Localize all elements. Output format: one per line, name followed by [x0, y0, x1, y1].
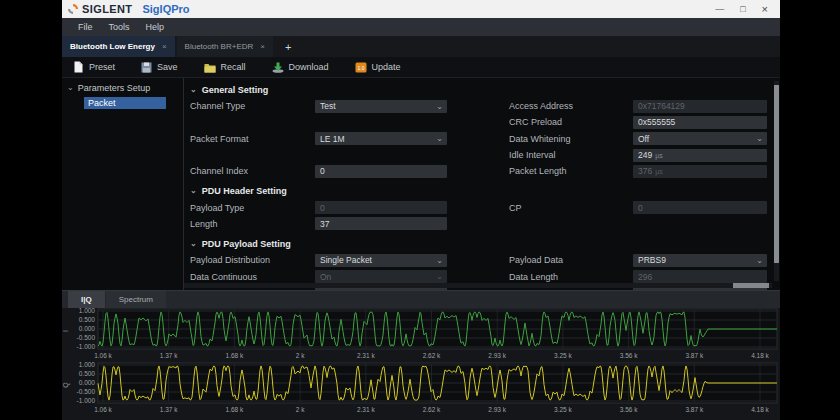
tab-bluetooth-br-edr[interactable]: Bluetooth BR+EDR×	[177, 36, 273, 57]
crc-preload-input[interactable]: 0x555555	[633, 116, 767, 129]
toolbar: PresetSaveRecallDownload1.0Update	[62, 57, 780, 78]
menu-item-file[interactable]: File	[70, 22, 101, 32]
chevron-down-icon: ⌄	[190, 187, 197, 195]
floppy-icon	[141, 62, 152, 73]
toolbar-button-label: Save	[157, 62, 178, 72]
x-tick-label: 2.62 k	[423, 352, 441, 359]
bottom-tab-bar: I|QSpectrum	[62, 291, 780, 308]
document-tabs: Bluetooth Low Energy×Bluetooth BR+EDR×+	[62, 36, 780, 57]
field-label: CRC Preload	[509, 117, 633, 127]
field-label: Payload Data	[509, 255, 633, 265]
chevron-down-icon: ⌄	[436, 102, 443, 111]
tree-root-label: Parameters Setup	[78, 83, 151, 93]
x-tick-label: 1.68 k	[226, 406, 244, 413]
tab-label: Bluetooth Low Energy	[70, 42, 155, 51]
toolbar-button-label: Recall	[221, 62, 246, 72]
tab-i-q[interactable]: I|Q	[68, 291, 105, 308]
field-label: Data Whitening	[509, 134, 633, 144]
x-tick-label: 1.37 k	[160, 352, 178, 359]
horizontal-scrollbar[interactable]	[184, 283, 772, 288]
axis-label: I	[62, 330, 69, 332]
sidebar-item-parameters-setup[interactable]: ⌄ Parameters Setup	[62, 83, 183, 93]
minimize-button[interactable]: —	[715, 0, 724, 18]
add-tab-button[interactable]: +	[275, 36, 301, 57]
form-row: Payload DistributionSingle Packet⌄Payloa…	[190, 252, 780, 268]
chevron-down-icon: ⌄	[436, 134, 443, 143]
sidebar: ⌄ Parameters Setup Packet	[62, 78, 184, 290]
field-label: Idle Interval	[509, 150, 633, 160]
field-label: CP	[509, 203, 633, 213]
vertical-scrollbar[interactable]	[774, 81, 779, 281]
chevron-down-icon: ⌄	[756, 256, 763, 265]
x-tick-label: 4.18 k	[751, 406, 769, 413]
chevron-down-icon: ⌄	[436, 256, 443, 265]
length-input[interactable]: 37	[315, 217, 447, 230]
field-value: 37	[320, 219, 329, 229]
field-label: Length	[190, 219, 315, 229]
window-controls: — □ ×	[715, 0, 780, 18]
scrollbar-thumb[interactable]	[733, 283, 769, 288]
close-tab-icon[interactable]: ×	[162, 42, 167, 51]
section-pdu-payload-setting[interactable]: ⌄PDU Payload Setting	[190, 232, 780, 252]
y-tick-label: -1.000	[77, 397, 96, 404]
field-value: 249	[638, 150, 652, 160]
field-value: 0	[320, 166, 325, 176]
tab-bluetooth-low-energy[interactable]: Bluetooth Low Energy×	[62, 36, 175, 57]
form-row: CRC Preload0x555555	[190, 114, 780, 130]
x-tick-label: 3.25 k	[554, 352, 572, 359]
close-tab-icon[interactable]: ×	[260, 42, 265, 51]
x-tick-label: 2.62 k	[423, 406, 441, 413]
siglent-logo-icon	[67, 3, 79, 15]
menu-item-tools[interactable]: Tools	[101, 22, 138, 32]
field-value: 0x71764129	[638, 101, 685, 111]
app-title: SigIQPro	[142, 3, 189, 15]
update-icon: 1.0	[355, 62, 367, 73]
section-pdu-header-setting[interactable]: ⌄PDU Header Setting	[190, 179, 780, 199]
payload-data-select[interactable]: PRBS9⌄	[633, 254, 767, 267]
axis-label: Q	[62, 382, 70, 388]
save-button[interactable]: Save	[141, 62, 178, 73]
menu-item-help[interactable]: Help	[138, 22, 173, 32]
y-tick-label: 1.000	[79, 308, 96, 314]
form-row: Length37	[190, 216, 780, 232]
idle-interval-input[interactable]: 249µs	[633, 149, 767, 162]
field-label: Data Length	[509, 272, 633, 282]
scrollbar-thumb[interactable]	[774, 85, 779, 263]
toolbar-button-label: Update	[372, 62, 401, 72]
packet-format-select[interactable]: LE 1M⌄	[315, 132, 447, 145]
field-value: Test	[320, 101, 336, 111]
close-button[interactable]: ×	[762, 0, 768, 18]
download-button[interactable]: Download	[272, 62, 329, 73]
preset-button[interactable]: Preset	[73, 61, 115, 73]
field-label: Packet Length	[509, 166, 633, 176]
chevron-down-icon: ⌄	[756, 134, 763, 143]
payload-distribution-select[interactable]: Single Packet⌄	[315, 254, 447, 267]
data-whitening-select[interactable]: Off⌄	[633, 132, 767, 145]
cp-input: 0	[633, 201, 767, 214]
field-label: Channel Index	[190, 166, 315, 176]
toolbar-button-label: Preset	[89, 62, 115, 72]
section-general-setting[interactable]: ⌄General Setting	[190, 78, 780, 98]
maximize-button[interactable]: □	[740, 0, 745, 18]
x-tick-label: 2.93 k	[488, 406, 506, 413]
field-label: Packet Format	[190, 134, 315, 144]
field-value: PRBS9	[638, 255, 666, 265]
form-row: Channel TypeTest⌄Access Address0x7176412…	[190, 98, 780, 114]
i-chart-svg: 1.0000.5000.000-0.500-1.0001.06 k1.37 k1…	[62, 308, 780, 362]
section-title: General Setting	[202, 85, 269, 95]
sidebar-item-packet[interactable]: Packet	[84, 97, 166, 109]
field-label: Channel Type	[190, 101, 315, 111]
channel-type-select[interactable]: Test⌄	[315, 100, 447, 113]
update-button[interactable]: 1.0Update	[355, 62, 401, 73]
q-chart-svg: 1.0000.5000.000-0.500-1.0001.06 k1.37 k1…	[62, 362, 780, 416]
x-tick-label: 1.06 k	[94, 406, 112, 413]
recall-button[interactable]: Recall	[204, 62, 246, 73]
tab-spectrum[interactable]: Spectrum	[106, 291, 166, 308]
app-window: SIGLENT SigIQPro — □ × FileToolsHelp Blu…	[62, 0, 780, 420]
field-value: 376	[638, 166, 652, 176]
chevron-down-icon: ⌄	[190, 86, 197, 94]
channel-index-input[interactable]: 0	[315, 165, 447, 178]
packet-length-input: 376µs	[633, 165, 767, 178]
parameters-form: ⌄General SettingChannel TypeTest⌄Access …	[184, 78, 780, 290]
y-tick-label: 0.500	[79, 370, 96, 377]
